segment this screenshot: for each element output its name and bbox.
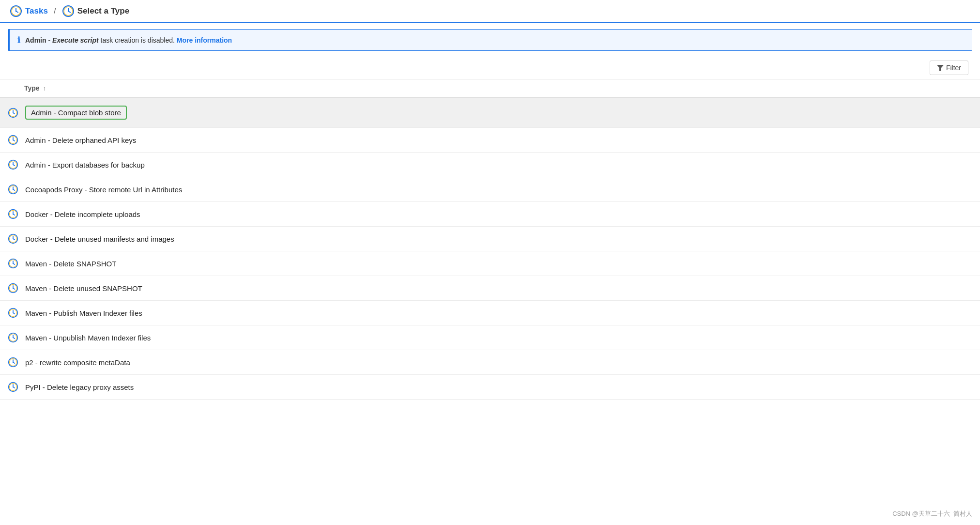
svg-point-35	[13, 214, 14, 215]
task-row-cell: p2 - rewrite composite metaData	[0, 350, 980, 374]
svg-point-40	[13, 238, 14, 239]
sort-asc-icon: ↑	[43, 85, 46, 92]
type-column-label: Type	[24, 84, 40, 92]
task-name: PyPI - Delete legacy proxy assets	[25, 383, 134, 391]
svg-point-15	[13, 112, 14, 113]
task-clock-icon	[8, 283, 18, 293]
task-name: Cocoapods Proxy - Store remote Url in At…	[25, 185, 182, 194]
task-row-cell: Admin - Export databases for backup	[0, 153, 980, 177]
table-row[interactable]: PyPI - Delete legacy proxy assets	[0, 375, 980, 400]
task-clock-icon	[8, 382, 18, 392]
svg-point-70	[13, 386, 14, 387]
task-clock-icon	[8, 184, 18, 195]
filter-button[interactable]: Filter	[930, 61, 968, 75]
task-clock-icon	[8, 233, 18, 244]
select-type-label: Select a Type	[77, 6, 129, 16]
svg-marker-10	[937, 65, 944, 71]
table-row[interactable]: Admin - Export databases for backup	[0, 153, 980, 177]
task-clock-icon	[8, 159, 18, 170]
breadcrumb-separator: /	[54, 6, 56, 16]
filter-icon	[937, 64, 944, 71]
table-row[interactable]: Cocoapods Proxy - Store remote Url in At…	[0, 177, 980, 202]
svg-point-20	[13, 139, 14, 140]
task-type-table: Type ↑ Admin - Compact blob store Admin …	[0, 79, 980, 400]
filter-label: Filter	[946, 64, 961, 72]
task-name: Docker - Delete incomplete uploads	[25, 210, 140, 218]
banner-text: Admin - Execute script task creation is …	[25, 36, 232, 44]
task-row-cell: Cocoapods Proxy - Store remote Url in At…	[0, 177, 980, 201]
task-clock-icon	[8, 308, 18, 318]
table-row[interactable]: Admin - Delete orphaned API keys	[0, 128, 980, 153]
info-icon: ℹ	[17, 35, 20, 45]
task-clock-icon	[8, 209, 18, 219]
table-row[interactable]: Maven - Publish Maven Indexer files	[0, 301, 980, 325]
task-clock-icon	[8, 332, 18, 343]
svg-point-25	[13, 164, 14, 165]
task-clock-icon	[8, 108, 18, 118]
task-name: Maven - Unpublish Maven Indexer files	[25, 334, 151, 342]
task-row-cell: Docker - Delete incomplete uploads	[0, 202, 980, 226]
table-row[interactable]: Maven - Delete SNAPSHOT	[0, 251, 980, 276]
task-row-cell: Maven - Unpublish Maven Indexer files	[0, 325, 980, 350]
task-row-cell: Admin - Compact blob store	[0, 98, 980, 127]
task-clock-icon	[8, 135, 18, 145]
task-clock-icon	[8, 357, 18, 368]
svg-point-4	[15, 11, 16, 12]
task-clock-icon	[8, 258, 18, 269]
task-name: Admin - Compact blob store	[25, 105, 127, 121]
task-name: Maven - Delete SNAPSHOT	[25, 260, 116, 268]
task-row-cell: PyPI - Delete legacy proxy assets	[0, 375, 980, 399]
tasks-clock-icon	[10, 5, 22, 17]
task-name: Admin - Delete orphaned API keys	[25, 136, 136, 144]
tasks-label: Tasks	[25, 6, 48, 16]
task-row-cell: Docker - Delete unused manifests and ima…	[0, 227, 980, 251]
tasks-breadcrumb-link[interactable]: Tasks	[10, 5, 48, 17]
table-row[interactable]: Maven - Delete unused SNAPSHOT	[0, 276, 980, 301]
task-row-cell: Maven - Delete unused SNAPSHOT	[0, 276, 980, 300]
table-row[interactable]: Admin - Compact blob store	[0, 97, 980, 128]
svg-point-45	[13, 263, 14, 264]
svg-point-60	[13, 337, 14, 338]
table-row[interactable]: Maven - Unpublish Maven Indexer files	[0, 325, 980, 350]
task-name: Admin - Export databases for backup	[25, 161, 145, 169]
task-name: Docker - Delete unused manifests and ima…	[25, 235, 174, 243]
svg-point-30	[13, 189, 14, 190]
task-name: p2 - rewrite composite metaData	[25, 358, 130, 367]
current-page-label: Select a Type	[62, 5, 129, 17]
svg-point-65	[13, 362, 14, 363]
more-info-link[interactable]: More information	[177, 36, 232, 44]
filter-bar: Filter	[0, 57, 980, 79]
info-banner: ℹ Admin - Execute script task creation i…	[8, 29, 972, 51]
table-row[interactable]: p2 - rewrite composite metaData	[0, 350, 980, 375]
svg-point-50	[13, 288, 14, 289]
page-header: Tasks / Select a Type	[0, 0, 980, 23]
svg-point-9	[67, 11, 68, 12]
task-name: Maven - Delete unused SNAPSHOT	[25, 284, 142, 293]
task-name: Maven - Publish Maven Indexer files	[25, 309, 142, 317]
table-row[interactable]: Docker - Delete unused manifests and ima…	[0, 227, 980, 251]
task-row-cell: Maven - Publish Maven Indexer files	[0, 301, 980, 325]
table-row[interactable]: Docker - Delete incomplete uploads	[0, 202, 980, 227]
task-row-cell: Admin - Delete orphaned API keys	[0, 128, 980, 152]
task-row-cell: Maven - Delete SNAPSHOT	[0, 251, 980, 276]
svg-point-55	[13, 312, 14, 313]
select-type-clock-icon	[62, 5, 75, 17]
type-column-header[interactable]: Type ↑	[0, 79, 980, 98]
